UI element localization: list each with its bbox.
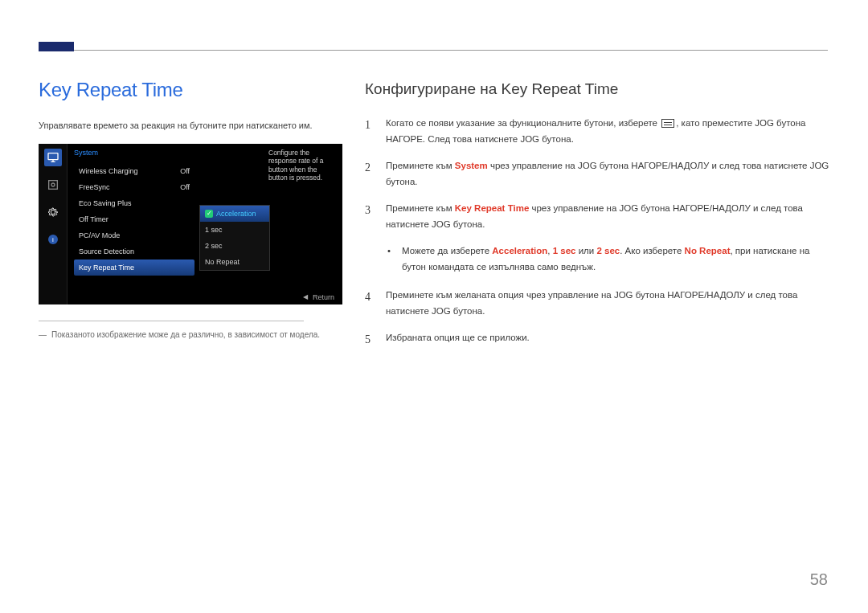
svg-rect-0	[48, 153, 58, 159]
step-4: 4 Преминете към желаната опция чрез упра…	[365, 288, 835, 319]
highlight-system: System	[455, 161, 488, 170]
osd-row: Off Timer	[74, 211, 194, 227]
osd-footer: ◀ Return	[303, 293, 334, 301]
osd-tooltip: Configure the response rate of a button …	[268, 149, 338, 183]
osd-row: PC/AV Mode	[74, 227, 194, 243]
page-number: 58	[810, 570, 828, 589]
check-icon: ✓	[205, 210, 213, 218]
svg-text:i: i	[52, 235, 54, 243]
footnote-divider	[39, 321, 304, 321]
step-number: 5	[365, 330, 375, 349]
osd-option: 2 sec	[200, 238, 269, 254]
osd-row: Eco Saving Plus	[74, 195, 194, 211]
osd-option-selected: ✓Acceleration	[200, 206, 269, 222]
osd-footer-label: Return	[313, 293, 334, 301]
svg-rect-1	[48, 180, 57, 189]
highlight-keyrepeat: Key Repeat Time	[455, 203, 529, 213]
svg-point-2	[51, 183, 55, 186]
back-arrow-icon: ◀	[303, 293, 308, 300]
footnote: ―Показаното изображение може да е различ…	[39, 329, 346, 341]
gear-icon	[44, 203, 62, 221]
osd-option: No Repeat	[200, 254, 269, 270]
info-icon: i	[44, 231, 62, 248]
step-number: 2	[365, 158, 375, 190]
step-5: 5 Избраната опция ще се приложи.	[365, 330, 835, 349]
left-column: Key Repeat Time Управлявате времето за р…	[39, 79, 346, 341]
picture-icon	[44, 176, 62, 194]
menu-icon	[661, 119, 674, 128]
right-column: Конфигуриране на Key Repeat Time 1 Когат…	[365, 80, 835, 361]
section-title: Конфигуриране на Key Repeat Time	[365, 80, 835, 98]
osd-section-header: System	[74, 149, 98, 157]
osd-option: 1 sec	[200, 222, 269, 238]
osd-row: Wireless ChargingOff	[74, 163, 194, 179]
step-number: 3	[365, 201, 375, 232]
step-1: 1 Когато се появи указание за функционал…	[365, 116, 835, 147]
osd-row-selected: Key Repeat Time	[74, 260, 194, 276]
page-description: Управлявате времето за реакция на бутони…	[39, 119, 346, 133]
osd-row: Source Detection	[74, 243, 194, 260]
bullet-dot: •	[387, 243, 394, 275]
header-accent-block	[39, 42, 74, 51]
monitor-icon	[44, 149, 62, 166]
step-number: 1	[365, 116, 375, 147]
step-2: 2 Преминете към System чрез управление н…	[365, 158, 835, 190]
step-3: 3 Преминете към Key Repeat Time чрез упр…	[365, 201, 835, 232]
osd-menu-list: Wireless ChargingOff FreeSyncOff Eco Sav…	[74, 163, 194, 276]
osd-options-popup: ✓Acceleration 1 sec 2 sec No Repeat	[199, 205, 270, 271]
step-number: 4	[365, 288, 375, 319]
osd-screenshot: i System Wireless ChargingOff FreeSyncOf…	[39, 144, 342, 304]
header-rule	[39, 50, 828, 51]
osd-sidebar: i	[39, 144, 68, 304]
page-title: Key Repeat Time	[39, 79, 346, 101]
options-bullet: • Можете да изберете Acceleration, 1 sec…	[387, 243, 835, 275]
osd-row: FreeSyncOff	[74, 179, 194, 195]
